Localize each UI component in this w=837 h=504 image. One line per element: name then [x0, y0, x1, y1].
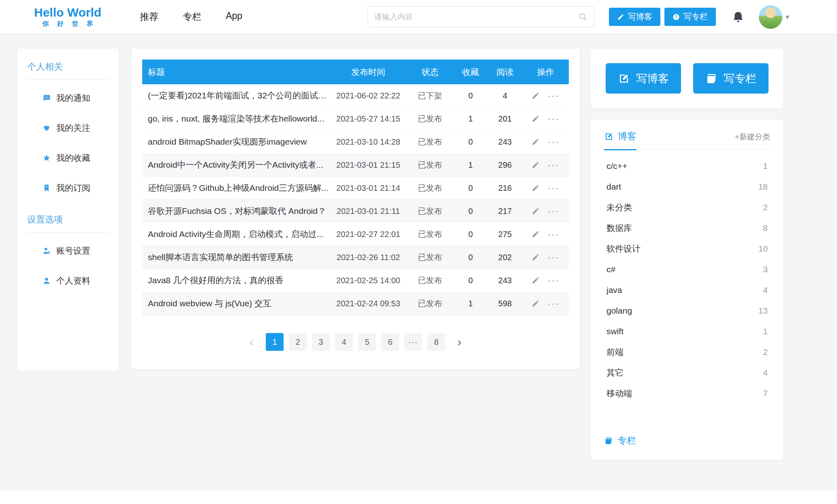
more-icon[interactable]: ···	[548, 206, 560, 216]
article-title[interactable]: shell脚本语言实现简单的图书管理系统	[142, 252, 330, 263]
nav-item-app[interactable]: App	[226, 11, 242, 23]
notification-bell-icon[interactable]	[732, 11, 744, 23]
tab-blog[interactable]: 博客	[604, 130, 636, 150]
read-count: 296	[488, 160, 522, 170]
edit-icon[interactable]	[532, 138, 540, 146]
article-title[interactable]: Java8 几个很好用的方法，真的很香	[142, 275, 330, 286]
sidebar-item-follows[interactable]: 我的关注	[27, 113, 109, 143]
category-item[interactable]: 移动端 7	[606, 383, 768, 404]
category-count: 2	[763, 203, 768, 212]
category-item[interactable]: java 4	[606, 280, 768, 300]
search-icon[interactable]	[579, 13, 587, 21]
col-header-favorites: 收藏	[453, 66, 488, 78]
status-text: 已发布	[407, 229, 453, 240]
category-name: 前端	[606, 346, 623, 358]
nav-item-column[interactable]: 专栏	[183, 11, 201, 23]
edit-icon[interactable]	[532, 184, 540, 192]
left-sidebar: 个人相关 我的通知 我的关注	[17, 49, 119, 371]
logo-title: Hello World	[34, 6, 101, 19]
more-icon[interactable]: ···	[548, 275, 560, 285]
article-title[interactable]: 谷歌开源Fuchsia OS，对标鸿蒙取代 Android？	[142, 205, 330, 217]
more-icon[interactable]: ···	[548, 229, 560, 239]
more-icon[interactable]: ···	[548, 160, 560, 170]
page-ellipsis[interactable]: ···	[404, 333, 422, 351]
edit-icon[interactable]	[532, 253, 540, 261]
sidebar-item-label: 我的通知	[56, 92, 90, 104]
category-count: 7	[763, 389, 768, 398]
read-count: 275	[488, 230, 522, 239]
logo[interactable]: Hello World 你 好 世 界	[34, 6, 101, 27]
column-section-link[interactable]: 专栏	[604, 428, 770, 447]
chevron-down-icon[interactable]: ▾	[786, 13, 789, 21]
main-nav: 推荐 专栏 App	[140, 11, 242, 23]
category-item[interactable]: c# 3	[606, 259, 768, 280]
nav-item-recommend[interactable]: 推荐	[140, 11, 158, 23]
category-item[interactable]: 未分类 2	[606, 197, 768, 218]
category-item[interactable]: golang 13	[606, 300, 768, 321]
page-2[interactable]: 2	[289, 333, 307, 351]
right-column: 写博客 写专栏	[591, 49, 783, 460]
write-column-label: 写专栏	[683, 11, 708, 22]
category-item[interactable]: dart 18	[606, 176, 768, 197]
category-count: 3	[763, 265, 768, 274]
more-icon[interactable]: ···	[548, 183, 560, 193]
edit-icon[interactable]	[532, 92, 540, 100]
status-text: 已发布	[407, 298, 453, 309]
article-title[interactable]: 还怕问源码？Github上神级Android三方源码解...	[142, 182, 330, 194]
sidebar-item-account-settings[interactable]: 账号设置	[27, 236, 109, 266]
article-title[interactable]: android BitmapShader实现圆形imageview	[142, 136, 330, 147]
more-icon[interactable]: ···	[548, 91, 560, 100]
search-input[interactable]	[374, 13, 579, 21]
page-3[interactable]: 3	[312, 333, 330, 351]
page-4[interactable]: 4	[335, 333, 353, 351]
article-title[interactable]: (一定要看)2021年前端面试，32个公司的面试经...	[142, 90, 330, 101]
article-title[interactable]: Android Activity生命周期，启动模式，启动过...	[142, 229, 330, 240]
edit-icon[interactable]	[532, 230, 540, 238]
category-name: 数据库	[606, 222, 632, 234]
edit-icon[interactable]	[532, 276, 540, 284]
category-list: c/c++ 1 dart 18 未分类 2 数据库 8 软件设计 10	[604, 150, 770, 428]
favorite-count: 1	[453, 160, 488, 170]
write-column-button[interactable]: 写专栏	[664, 8, 716, 26]
status-text: 已下架	[407, 90, 453, 101]
write-blog-big-button[interactable]: 写博客	[606, 63, 681, 94]
edit-icon[interactable]	[532, 299, 540, 308]
edit-icon[interactable]	[532, 115, 540, 123]
sidebar-item-favorites[interactable]: 我的收藏	[27, 143, 109, 173]
article-title[interactable]: Android webview 与 js(Vue) 交互	[142, 298, 330, 309]
next-page-icon[interactable]: ›	[451, 333, 468, 351]
category-item[interactable]: 数据库 8	[606, 218, 768, 238]
more-icon[interactable]: ···	[548, 252, 560, 262]
category-name: 移动端	[606, 388, 632, 399]
page-8[interactable]: 8	[427, 333, 445, 351]
new-category-link[interactable]: +新建分类	[735, 132, 770, 149]
edit-icon[interactable]	[532, 161, 540, 169]
category-item[interactable]: swift 1	[606, 321, 768, 342]
more-icon[interactable]: ···	[548, 114, 560, 124]
read-count: 243	[488, 137, 522, 147]
prev-page-icon[interactable]: ‹	[243, 333, 260, 351]
category-item[interactable]: 软件设计 10	[606, 238, 768, 259]
sidebar-item-profile[interactable]: 个人资料	[27, 266, 109, 296]
write-column-big-button[interactable]: 写专栏	[693, 63, 769, 94]
favorite-count: 1	[453, 299, 488, 308]
user-menu[interactable]: ▾	[759, 5, 789, 29]
pagination: ‹ 1 2 3 4 5 6 ··· 8 ›	[142, 333, 569, 351]
edit-icon[interactable]	[532, 207, 540, 215]
write-blog-button[interactable]: 写博客	[609, 8, 660, 26]
category-item[interactable]: 前端 2	[606, 342, 768, 362]
more-icon[interactable]: ···	[548, 299, 560, 308]
category-item[interactable]: 其它 4	[606, 362, 768, 383]
page-6[interactable]: 6	[381, 333, 399, 351]
page-5[interactable]: 5	[358, 333, 376, 351]
table-row: shell脚本语言实现简单的图书管理系统 2021-02-26 11:02 已发…	[142, 246, 569, 269]
sidebar-item-notifications[interactable]: 我的通知	[27, 83, 109, 113]
article-title[interactable]: Android中一个Activity关闭另一个Activity或者...	[142, 159, 330, 171]
article-title[interactable]: go, iris，nuxt, 服务端渲染等技术在helloworld...	[142, 113, 330, 124]
category-item[interactable]: c/c++ 1	[606, 156, 768, 176]
sidebar-item-subscriptions[interactable]: 我的订阅	[27, 173, 109, 203]
page-1[interactable]: 1	[266, 333, 284, 351]
pencil-square-icon	[618, 73, 630, 85]
more-icon[interactable]: ···	[548, 137, 560, 147]
avatar[interactable]	[759, 5, 782, 29]
